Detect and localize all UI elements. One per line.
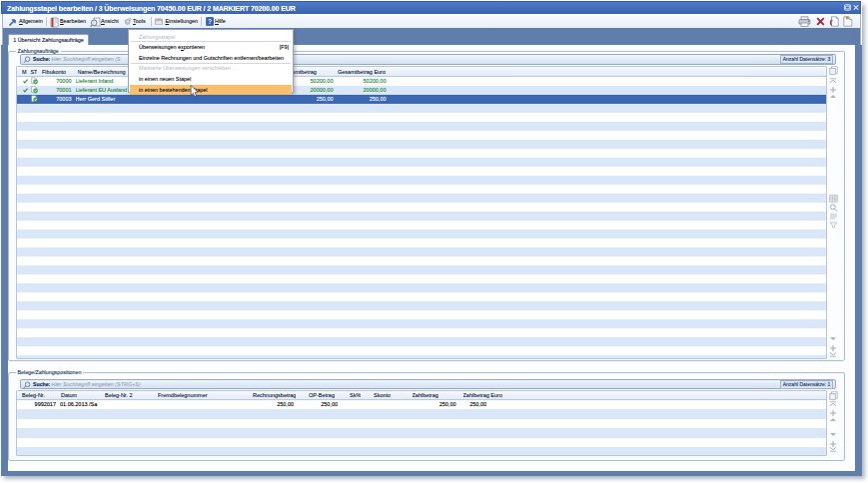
svg-text:?: ? — [208, 18, 212, 25]
